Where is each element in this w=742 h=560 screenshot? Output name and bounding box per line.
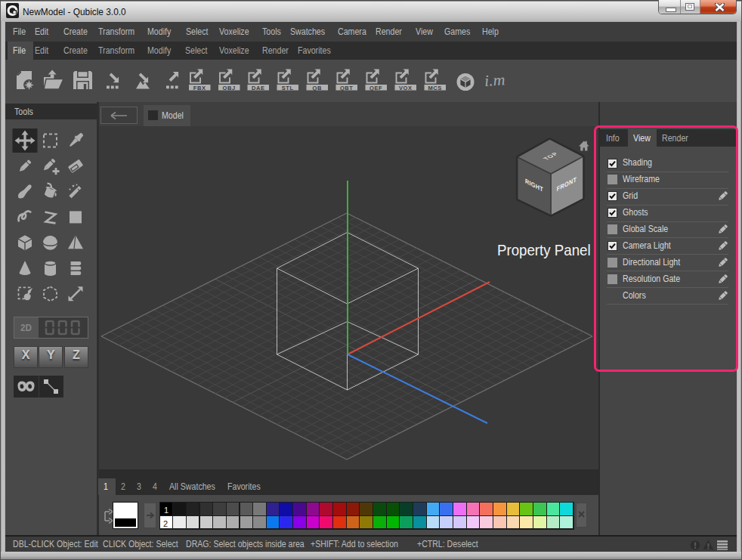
svg-text:VOX: VOX xyxy=(399,85,413,91)
svg-text:QEF: QEF xyxy=(369,85,382,91)
svg-text:FBX: FBX xyxy=(193,85,206,91)
svg-text:QBT: QBT xyxy=(340,85,354,91)
svg-text:STL: STL xyxy=(282,85,294,91)
svg-text:MCS: MCS xyxy=(428,85,441,91)
svg-text:DAE: DAE xyxy=(252,85,265,91)
svg-text:QB: QB xyxy=(312,85,321,91)
svg-text:OBJ: OBJ xyxy=(223,85,236,91)
